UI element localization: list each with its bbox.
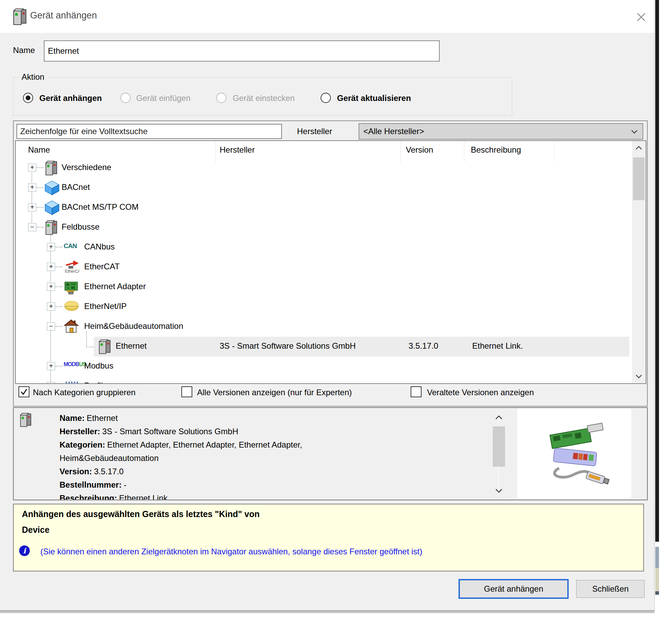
expand-icon[interactable]: + [47,362,55,370]
device-icon [98,339,112,355]
tree-row-bacnet[interactable]: + BACnet [16,178,630,198]
expand-icon[interactable]: + [47,263,55,271]
network-card-icon [64,280,79,295]
details-scrollbar[interactable] [491,411,506,497]
details-version-label: Version: [60,467,92,476]
close-button[interactable] [632,8,650,26]
hint-target-device: Device [22,525,50,535]
device-icon [44,220,58,236]
bacnet-cube-icon [44,200,60,215]
svg-text:EtherCAT: EtherCAT [65,269,79,274]
column-header-vendor[interactable]: Hersteller [220,145,255,155]
details-vendor-value: 3S - Smart Software Solutions GmbH [102,427,238,436]
column-header-version[interactable]: Version [406,145,433,155]
check-icon [20,388,28,396]
radio-insert-device [120,93,131,103]
group-by-category-checkbox[interactable] [18,386,29,397]
tree-row-ethernet-selected[interactable]: Ethernet 3S - Smart Software Solutions G… [16,337,630,357]
collapse-icon[interactable]: − [28,223,36,231]
dialog-titlebar: Gerät anhängen [0,0,654,33]
tree-row-ethernet-adapter[interactable]: + Ethernet Adapter [16,277,630,297]
tree-row-label: EtherNet/IP [84,301,127,311]
scroll-up-icon[interactable] [492,411,506,424]
tree-row-label: Profibus [84,381,114,384]
screen: { "window": { "title": "Gerät anhängen" … [0,0,672,618]
expand-icon[interactable]: + [47,243,55,251]
radio-update-device-label: Gerät aktualisieren [337,93,411,103]
tree-row-heim-gebaeudeautomation[interactable]: − Heim&Gebäudeautomation [16,317,630,337]
device-icon [44,160,58,176]
chevron-down-icon [630,129,638,135]
home-icon [64,319,79,334]
attach-device-dialog: Gerät anhängen Name Aktion Gerät anhänge… [0,0,655,610]
tree-row-ethercat[interactable]: + EtherCAT EtherCAT [16,257,630,277]
tree-row-label: CANbus [84,242,115,252]
expand-icon[interactable]: + [28,183,36,192]
tree-row-bacnet-mstp[interactable]: + BACnet MS/TP COM [16,198,630,218]
vendor-dropdown[interactable]: <Alle Hersteller> [359,123,643,140]
column-header-description[interactable]: Beschreibung [471,145,521,155]
fulltext-search-input[interactable] [16,124,282,139]
outdated-versions-checkbox[interactable] [411,386,422,397]
tree-row-ethernet-ip[interactable]: + EtherNet/IP [16,297,630,317]
radio-update-device[interactable] [321,93,331,103]
device-details-panel: Name:Ethernet Hersteller:3S - Smart Soft… [13,407,648,500]
attach-device-button[interactable]: Gerät anhängen [458,579,569,599]
hint-line1: Anhängen des ausgewählten Geräts als let… [22,509,260,519]
expand-icon[interactable]: + [47,382,55,384]
modbus-logo-icon: MODBUS [64,361,86,368]
can-logo-icon: CAN [64,242,77,250]
tree-row-label: Ethernet Adapter [84,282,146,291]
scroll-up-icon[interactable] [632,141,646,155]
tree-row-label: Feldbusse [62,222,100,232]
cell-description: Ethernet Link. [472,341,523,351]
radio-attach-device[interactable] [23,93,33,103]
scrollbar-thumb[interactable] [633,157,645,200]
radio-attach-device-label: Gerät anhängen [39,93,102,103]
tree-row-modbus[interactable]: + MODBUS Modbus [16,357,630,376]
tree-row-label: BACnet [62,182,90,192]
scrollbar-thumb[interactable] [493,426,505,467]
collapse-icon[interactable]: − [47,322,55,331]
close-dialog-button[interactable]: Schließen [576,580,645,598]
details-categories-value2: Heim&Gebäudeautomation [60,453,159,463]
expand-icon[interactable]: + [47,302,55,311]
details-ordernumber-value: - [124,480,126,489]
vendor-dropdown-value: <Alle Hersteller> [363,127,424,136]
expand-icon[interactable]: + [28,203,36,211]
name-label: Name [13,46,35,55]
tree-row-profibus[interactable]: + Profibus [16,376,630,384]
action-group-label: Aktion [19,72,47,82]
tree-row-label: Verschiedene [62,163,111,172]
cell-vendor: 3S - Smart Software Solutions GmbH [220,341,356,351]
details-ordernumber-label: Bestellnummer: [60,480,121,489]
column-header-name[interactable]: Name [28,145,50,155]
device-icon [19,413,32,428]
outdated-versions-label: Veraltete Versionen anzeigen [427,388,534,398]
close-icon [635,11,647,23]
scroll-down-icon[interactable] [632,370,646,383]
tree-row-canbus[interactable]: + CAN CANbus [16,237,630,257]
table-scrollbar[interactable] [632,141,646,383]
info-icon: i [19,545,30,556]
group-by-category-label: Nach Kategorien gruppieren [33,388,135,398]
details-categories-label: Kategorien: [60,440,105,449]
scroll-down-icon[interactable] [492,484,506,498]
radio-plug-device [216,93,227,103]
details-description-value: Ethernet Link. [119,493,170,500]
expand-icon[interactable]: + [47,283,55,291]
name-input[interactable] [44,40,440,62]
details-name-value: Ethernet [87,413,118,423]
device-list-panel: Hersteller <Alle Hersteller> Name Herste… [13,120,648,407]
tree-row-label: Modbus [84,361,113,371]
tree-row-verschiedene[interactable]: + Verschiedene [16,158,630,178]
selection-highlight [94,337,629,357]
tree-row-feldbusse[interactable]: − Feldbusse [16,218,630,237]
ethercat-logo-icon: EtherCAT [64,260,79,275]
action-groupbox: Aktion Gerät anhängen Gerät einfügen Ger… [13,77,512,116]
expand-icon[interactable]: + [28,164,36,172]
details-name-label: Name: [60,413,85,423]
all-versions-checkbox[interactable] [181,386,192,397]
bacnet-cube-icon [44,180,60,195]
device-preview-image [517,409,631,499]
